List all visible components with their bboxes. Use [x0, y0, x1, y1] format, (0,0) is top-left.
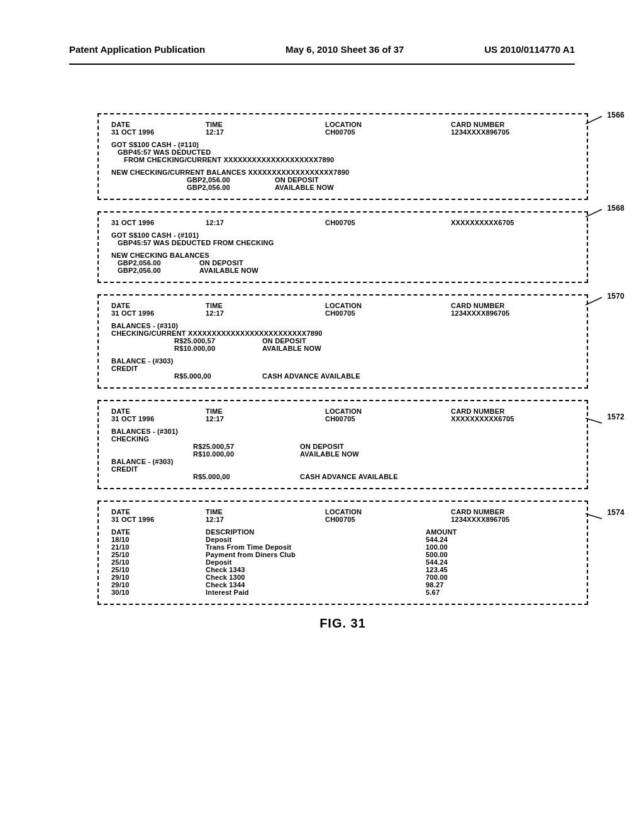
- figure-area: 1566 DATE TIME LOCATION CARD NUMBER 31 O…: [97, 113, 588, 631]
- ref-1570: 1570: [608, 292, 625, 301]
- card-value: XXXXXXXXXX6705: [451, 415, 564, 423]
- tx-amt: 123.45: [426, 566, 489, 573]
- col-date-label: DATE: [111, 508, 206, 516]
- tx-date: 25/10: [111, 566, 206, 573]
- time-value: 12:17: [206, 415, 325, 423]
- time-value: 12:17: [206, 128, 325, 136]
- balance-lbl: ON DEPOSIT: [262, 337, 306, 345]
- line: CHECKING: [111, 435, 574, 443]
- tx-amt: 100.00: [426, 543, 489, 551]
- col-loc-label: LOCATION: [325, 302, 451, 309]
- balance-lbl: ON DEPOSIT: [199, 259, 243, 267]
- tx-date: 21/10: [111, 543, 206, 551]
- tx-amt: 700.00: [426, 573, 489, 581]
- line: CHECKING/CURRENT XXXXXXXXXXXXXXXXXXXXXXX…: [111, 329, 574, 337]
- card-value: 1234XXXX896705: [451, 516, 564, 523]
- transaction-row: 25/10Payment from Diners Club500.00: [111, 551, 574, 558]
- col-loc-label: LOCATION: [325, 407, 451, 415]
- col-loc-label: LOCATION: [325, 508, 451, 516]
- transaction-row: 29/10Check 134498.27: [111, 581, 574, 589]
- balance-amt: R$25.000,57: [111, 443, 300, 450]
- ref-label: 1572: [608, 412, 625, 421]
- ref-1568: 1568: [608, 204, 625, 213]
- ref-1572: 1572: [608, 412, 625, 421]
- col-time-label: TIME: [206, 302, 325, 309]
- tx-amt: 544.24: [426, 536, 489, 543]
- col-time-label: TIME: [206, 407, 325, 415]
- leader-line-icon: [586, 115, 603, 125]
- time-value: 12:17: [206, 219, 325, 226]
- svg-line-2: [586, 297, 602, 305]
- date-value: 31 OCT 1996: [111, 415, 206, 423]
- balance-amt: R$5.000,00: [111, 473, 300, 480]
- tx-desc: Interest Paid: [206, 589, 426, 596]
- col-date-label: DATE: [111, 121, 206, 128]
- line: BALANCE - (#303): [111, 458, 574, 465]
- time-value: 12:17: [206, 309, 325, 317]
- header-center: May 6, 2010 Sheet 36 of 37: [286, 44, 404, 55]
- tx-desc: Deposit: [206, 536, 426, 543]
- transaction-row: 25/10Check 1343123.45: [111, 566, 574, 573]
- date-value: 31 OCT 1996: [111, 516, 206, 523]
- line: NEW CHECKING/CURRENT BALANCES XXXXXXXXXX…: [111, 169, 574, 176]
- tx-date: 18/10: [111, 536, 206, 543]
- receipt-panel-5: 1574 DATE TIME LOCATION CARD NUMBER 31 O…: [97, 501, 588, 605]
- page-header: Patent Application Publication May 6, 20…: [0, 0, 644, 61]
- line: GOT S$100 CASH - (#110): [111, 141, 574, 148]
- card-value: 1234XXXX896705: [451, 128, 564, 136]
- svg-line-0: [586, 116, 602, 124]
- loc-value: CH00705: [325, 309, 451, 317]
- col-card-label: CARD NUMBER: [451, 302, 564, 309]
- tx-desc: Payment from Diners Club: [206, 551, 426, 558]
- line: NEW CHECKING BALANCES: [111, 252, 574, 259]
- col-date-label: DATE: [111, 407, 206, 415]
- time-value: 12:17: [206, 516, 325, 523]
- line: BALANCES - (#301): [111, 428, 574, 435]
- loc-value: CH00705: [325, 516, 451, 523]
- col-desc-label: DESCRIPTION: [206, 528, 426, 536]
- ref-1574: 1574: [608, 508, 625, 517]
- col-time-label: TIME: [206, 121, 325, 128]
- col-date-label: DATE: [111, 302, 206, 309]
- ref-label: 1574: [608, 508, 625, 517]
- balance-amt: R$5.000,00: [111, 372, 262, 380]
- transaction-rows: 18/10Deposit544.2421/10Trans From Time D…: [111, 536, 574, 596]
- transaction-row: 18/10Deposit544.24: [111, 536, 574, 543]
- transaction-row: 25/10Deposit544.24: [111, 558, 574, 566]
- header-right: US 2010/0114770 A1: [484, 44, 575, 55]
- svg-line-3: [586, 418, 602, 423]
- tx-desc: Check 1344: [206, 581, 426, 589]
- balance-amt: GBP2,056.00: [111, 184, 275, 191]
- tx-date: 29/10: [111, 573, 206, 581]
- balance-lbl: CASH ADVANCE AVAILABLE: [300, 473, 398, 480]
- line: BALANCES - (#310): [111, 322, 574, 329]
- loc-value: CH00705: [325, 128, 451, 136]
- col-card-label: CARD NUMBER: [451, 407, 564, 415]
- svg-line-4: [586, 514, 602, 519]
- tx-amt: 500.00: [426, 551, 489, 558]
- col-time-label: TIME: [206, 508, 325, 516]
- card-value: 1234XXXX896705: [451, 309, 564, 317]
- date-value: 31 OCT 1996: [111, 128, 206, 136]
- tx-amt: 544.24: [426, 558, 489, 566]
- balance-lbl: ON DEPOSIT: [300, 443, 344, 450]
- line: FROM CHECKING/CURRENT XXXXXXXXXXXXXXXXXX…: [111, 156, 574, 163]
- tx-desc: Trans From Time Deposit: [206, 543, 426, 551]
- col-date-label: DATE: [111, 528, 206, 536]
- leader-line-icon: [586, 512, 603, 523]
- balance-amt: GBP2,056.00: [118, 259, 199, 267]
- ref-label: 1570: [608, 292, 625, 301]
- ref-label: 1566: [608, 111, 625, 119]
- receipt-panel-3: 1570 DATE TIME LOCATION CARD NUMBER 31 O…: [97, 294, 588, 389]
- tx-amt: 98.27: [426, 581, 489, 589]
- tx-date: 25/10: [111, 558, 206, 566]
- line: GOT S$100 CASH - (#101): [111, 231, 574, 239]
- line: BALANCE - (#303): [111, 357, 574, 365]
- balance-lbl: CASH ADVANCE AVAILABLE: [262, 372, 360, 380]
- balance-amt: R$10.000,00: [111, 345, 262, 352]
- page: Patent Application Publication May 6, 20…: [0, 0, 644, 830]
- receipt-panel-2: 1568 31 OCT 1996 12:17 CH00705 XXXXXXXXX…: [97, 211, 588, 283]
- col-card-label: CARD NUMBER: [451, 508, 564, 516]
- transaction-row: 21/10Trans From Time Deposit100.00: [111, 543, 574, 551]
- leader-line-icon: [586, 208, 603, 218]
